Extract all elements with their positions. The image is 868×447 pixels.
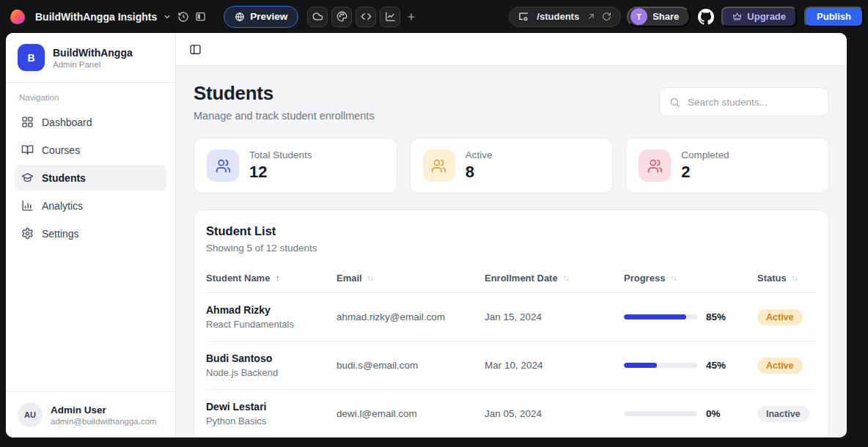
user-name: Admin User [51, 404, 157, 415]
enrollment-date: Jan 15, 2024 [485, 311, 624, 322]
sidebar-item-courses[interactable]: Courses [15, 137, 166, 163]
app-preview-frame: B BuildWithAngga Admin Panel Navigation … [6, 33, 847, 437]
sort-icon: ↑↓ [563, 274, 569, 282]
table-row[interactable]: Dewi Lestari Python Basics dewi.l@email.… [206, 390, 817, 437]
nav-section-label: Navigation [19, 93, 162, 102]
progress-percent: 85% [706, 311, 726, 322]
panel-left-icon[interactable] [189, 43, 202, 56]
sidebar-nav: Navigation Dashboard Courses Students [6, 83, 175, 248]
open-external-icon[interactable] [586, 12, 596, 21]
stat-value: 8 [466, 163, 493, 182]
sort-asc-icon: ↑ [275, 273, 279, 284]
plus-icon[interactable] [406, 7, 416, 26]
app-window-icon [518, 12, 529, 21]
table-row[interactable]: Ahmad Rizky React Fundamentals ahmad.riz… [206, 293, 817, 341]
student-email: budi.s@email.com [336, 360, 485, 371]
github-icon[interactable] [698, 9, 714, 25]
settings-icon [21, 227, 34, 240]
search-icon [669, 97, 680, 108]
app-sidebar: B BuildWithAngga Admin Panel Navigation … [6, 33, 176, 437]
palette-icon[interactable] [331, 7, 352, 27]
page-title: Students [194, 82, 375, 105]
chevron-down-icon[interactable] [163, 7, 172, 26]
sort-icon: ↑↓ [670, 274, 676, 282]
graduation-cap-icon [21, 171, 34, 184]
status-badge: Active [757, 358, 803, 374]
student-course: Node.js Backend [206, 367, 336, 378]
code-icon[interactable] [356, 7, 376, 27]
progress-bar [624, 363, 697, 368]
workspace-title[interactable]: BuildWithAngga Insights [35, 11, 157, 23]
book-icon [21, 144, 34, 156]
publish-button[interactable]: Publish [804, 7, 864, 27]
sidebar-item-students[interactable]: Students [15, 165, 166, 191]
panel-toggle-icon[interactable] [195, 7, 206, 26]
sort-icon: ↑↓ [792, 274, 798, 282]
sidebar-item-dashboard[interactable]: Dashboard [15, 109, 166, 135]
enrollment-date: Jan 05, 2024 [485, 408, 624, 419]
studio-logo-icon [10, 10, 25, 24]
progress-bar [624, 411, 697, 416]
users-icon [639, 149, 671, 182]
sidebar-user[interactable]: AU Admin User admin@buildwithangga.com [6, 391, 175, 437]
sidebar-item-analytics[interactable]: Analytics [15, 193, 166, 218]
cloud-icon[interactable] [307, 7, 328, 27]
app-topstrip [176, 33, 847, 66]
preview-button[interactable]: Preview [224, 6, 298, 28]
sort-icon: ↑↓ [367, 274, 373, 282]
column-header-email[interactable]: Email↑↓ [336, 273, 485, 284]
analytics-icon [21, 199, 34, 212]
student-name: Dewi Lestari [206, 401, 336, 413]
student-name: Budi Santoso [206, 352, 336, 364]
status-badge: Inactive [757, 406, 809, 422]
table-row[interactable]: Budi Santoso Node.js Backend budi.s@emai… [206, 341, 817, 390]
student-email: ahmad.rizky@email.com [336, 311, 485, 322]
studio-topbar: BuildWithAngga Insights Preview [0, 0, 868, 33]
progress-percent: 45% [706, 360, 726, 371]
account-avatar[interactable]: T [630, 8, 647, 25]
search-box[interactable] [659, 87, 829, 117]
search-input[interactable] [688, 97, 819, 108]
progress-fill [624, 314, 686, 319]
page-subtitle: Manage and track student enrollments [194, 110, 375, 122]
column-header-progress[interactable]: Progress↑↓ [624, 273, 757, 284]
table-header-row: Student Name↑ Email↑↓ Enrollment Date↑↓ … [206, 265, 817, 293]
stat-label: Total Students [249, 149, 312, 160]
user-email: admin@buildwithangga.com [51, 417, 157, 426]
stat-label: Active [466, 149, 493, 160]
status-badge: Active [757, 309, 803, 325]
sidebar-item-label: Courses [42, 144, 80, 156]
sidebar-item-settings[interactable]: Settings [15, 221, 166, 246]
brand-logo: B [18, 44, 45, 71]
column-header-status[interactable]: Status↑↓ [757, 273, 817, 284]
students-table: Student Name↑ Email↑↓ Enrollment Date↑↓ … [206, 265, 817, 437]
student-list-card: Student List Showing 5 of 12 students St… [194, 210, 829, 437]
student-course: React Fundamentals [206, 319, 336, 330]
app-main: Students Manage and track student enroll… [176, 33, 847, 437]
student-email: dewi.l@email.com [336, 408, 485, 419]
list-title: Student List [206, 224, 817, 238]
stat-card-completed: Completed 2 [625, 138, 829, 193]
users-icon [423, 149, 455, 182]
refresh-icon[interactable] [602, 12, 611, 21]
column-header-date[interactable]: Enrollment Date↑↓ [485, 273, 624, 284]
list-subtitle: Showing 5 of 12 students [206, 243, 817, 254]
progress-fill [624, 363, 657, 368]
upgrade-button[interactable]: Upgrade [721, 7, 797, 27]
brand-subtitle: Admin Panel [53, 60, 133, 69]
history-icon[interactable] [177, 7, 189, 26]
column-header-name[interactable]: Student Name↑ [206, 273, 336, 284]
url-path[interactable]: /students [537, 11, 579, 22]
progress-percent: 0% [706, 408, 721, 419]
tool-buttons [307, 7, 400, 27]
chart-icon[interactable] [380, 7, 400, 27]
share-button[interactable]: T Share [627, 7, 691, 27]
stat-card-total: Total Students 12 [194, 138, 397, 193]
enrollment-date: Mar 10, 2024 [485, 360, 624, 371]
globe-icon [235, 12, 245, 22]
stat-label: Completed [681, 149, 729, 160]
sidebar-item-label: Settings [42, 228, 79, 240]
url-bar[interactable]: /students [509, 7, 621, 27]
stats-row: Total Students 12 Active 8 [194, 138, 829, 193]
student-name: Ahmad Rizky [206, 304, 336, 316]
